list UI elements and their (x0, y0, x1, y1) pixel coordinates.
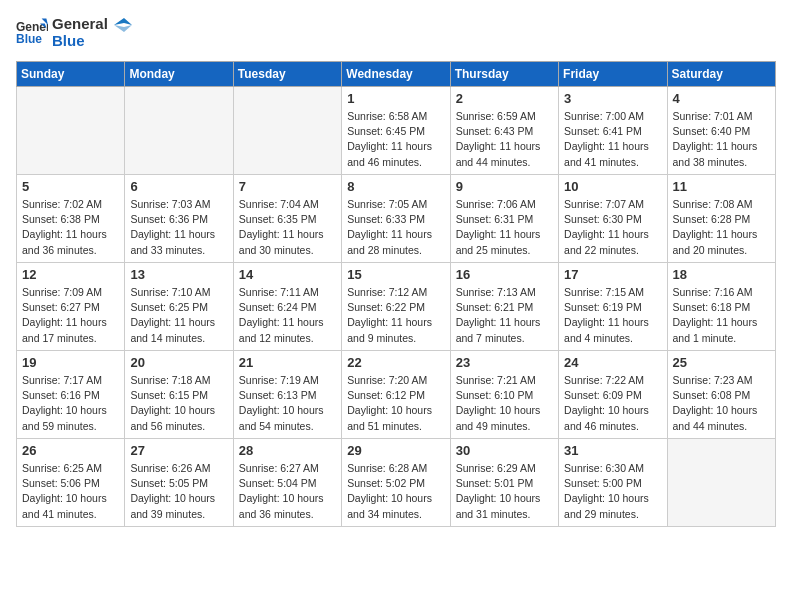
day-info: Sunrise: 7:00 AMSunset: 6:41 PMDaylight:… (564, 109, 661, 170)
day-info: Sunrise: 7:16 AMSunset: 6:18 PMDaylight:… (673, 285, 770, 346)
day-info: Sunrise: 6:30 AMSunset: 5:00 PMDaylight:… (564, 461, 661, 522)
day-number: 5 (22, 179, 119, 194)
calendar-cell (233, 87, 341, 175)
day-number: 10 (564, 179, 661, 194)
calendar-cell: 6Sunrise: 7:03 AMSunset: 6:36 PMDaylight… (125, 175, 233, 263)
day-number: 15 (347, 267, 444, 282)
day-number: 8 (347, 179, 444, 194)
calendar-cell: 17Sunrise: 7:15 AMSunset: 6:19 PMDayligh… (559, 263, 667, 351)
day-info: Sunrise: 7:03 AMSunset: 6:36 PMDaylight:… (130, 197, 227, 258)
logo-blue: Blue (52, 33, 132, 50)
day-number: 3 (564, 91, 661, 106)
calendar-cell: 26Sunrise: 6:25 AMSunset: 5:06 PMDayligh… (17, 439, 125, 527)
day-info: Sunrise: 7:21 AMSunset: 6:10 PMDaylight:… (456, 373, 553, 434)
calendar-cell: 18Sunrise: 7:16 AMSunset: 6:18 PMDayligh… (667, 263, 775, 351)
day-info: Sunrise: 7:01 AMSunset: 6:40 PMDaylight:… (673, 109, 770, 170)
calendar-cell: 14Sunrise: 7:11 AMSunset: 6:24 PMDayligh… (233, 263, 341, 351)
day-info: Sunrise: 7:10 AMSunset: 6:25 PMDaylight:… (130, 285, 227, 346)
day-info: Sunrise: 6:58 AMSunset: 6:45 PMDaylight:… (347, 109, 444, 170)
page-header: General Blue General Blue (16, 16, 776, 49)
day-number: 18 (673, 267, 770, 282)
weekday-header-tuesday: Tuesday (233, 62, 341, 87)
calendar-cell: 20Sunrise: 7:18 AMSunset: 6:15 PMDayligh… (125, 351, 233, 439)
day-info: Sunrise: 6:25 AMSunset: 5:06 PMDaylight:… (22, 461, 119, 522)
day-number: 12 (22, 267, 119, 282)
calendar-cell: 7Sunrise: 7:04 AMSunset: 6:35 PMDaylight… (233, 175, 341, 263)
day-number: 30 (456, 443, 553, 458)
calendar-cell: 5Sunrise: 7:02 AMSunset: 6:38 PMDaylight… (17, 175, 125, 263)
calendar-cell: 12Sunrise: 7:09 AMSunset: 6:27 PMDayligh… (17, 263, 125, 351)
day-info: Sunrise: 6:28 AMSunset: 5:02 PMDaylight:… (347, 461, 444, 522)
day-number: 20 (130, 355, 227, 370)
calendar-cell: 15Sunrise: 7:12 AMSunset: 6:22 PMDayligh… (342, 263, 450, 351)
day-number: 31 (564, 443, 661, 458)
calendar-cell: 4Sunrise: 7:01 AMSunset: 6:40 PMDaylight… (667, 87, 775, 175)
day-info: Sunrise: 7:17 AMSunset: 6:16 PMDaylight:… (22, 373, 119, 434)
day-number: 4 (673, 91, 770, 106)
calendar-cell: 3Sunrise: 7:00 AMSunset: 6:41 PMDaylight… (559, 87, 667, 175)
day-info: Sunrise: 7:12 AMSunset: 6:22 PMDaylight:… (347, 285, 444, 346)
calendar-cell: 11Sunrise: 7:08 AMSunset: 6:28 PMDayligh… (667, 175, 775, 263)
calendar-cell: 29Sunrise: 6:28 AMSunset: 5:02 PMDayligh… (342, 439, 450, 527)
day-info: Sunrise: 6:27 AMSunset: 5:04 PMDaylight:… (239, 461, 336, 522)
calendar-cell: 28Sunrise: 6:27 AMSunset: 5:04 PMDayligh… (233, 439, 341, 527)
calendar-cell: 30Sunrise: 6:29 AMSunset: 5:01 PMDayligh… (450, 439, 558, 527)
day-number: 6 (130, 179, 227, 194)
calendar-cell: 16Sunrise: 7:13 AMSunset: 6:21 PMDayligh… (450, 263, 558, 351)
day-number: 13 (130, 267, 227, 282)
day-number: 14 (239, 267, 336, 282)
weekday-header-wednesday: Wednesday (342, 62, 450, 87)
calendar-cell: 2Sunrise: 6:59 AMSunset: 6:43 PMDaylight… (450, 87, 558, 175)
weekday-header-saturday: Saturday (667, 62, 775, 87)
calendar-cell: 9Sunrise: 7:06 AMSunset: 6:31 PMDaylight… (450, 175, 558, 263)
day-number: 27 (130, 443, 227, 458)
day-number: 19 (22, 355, 119, 370)
logo-icon: General Blue (16, 17, 48, 49)
day-info: Sunrise: 7:04 AMSunset: 6:35 PMDaylight:… (239, 197, 336, 258)
day-info: Sunrise: 7:15 AMSunset: 6:19 PMDaylight:… (564, 285, 661, 346)
day-number: 25 (673, 355, 770, 370)
weekday-header-monday: Monday (125, 62, 233, 87)
calendar-cell: 8Sunrise: 7:05 AMSunset: 6:33 PMDaylight… (342, 175, 450, 263)
day-info: Sunrise: 6:59 AMSunset: 6:43 PMDaylight:… (456, 109, 553, 170)
day-number: 24 (564, 355, 661, 370)
calendar-cell: 24Sunrise: 7:22 AMSunset: 6:09 PMDayligh… (559, 351, 667, 439)
week-row-4: 19Sunrise: 7:17 AMSunset: 6:16 PMDayligh… (17, 351, 776, 439)
day-info: Sunrise: 7:19 AMSunset: 6:13 PMDaylight:… (239, 373, 336, 434)
calendar-cell: 25Sunrise: 7:23 AMSunset: 6:08 PMDayligh… (667, 351, 775, 439)
calendar-cell: 1Sunrise: 6:58 AMSunset: 6:45 PMDaylight… (342, 87, 450, 175)
calendar-cell (667, 439, 775, 527)
calendar-table: SundayMondayTuesdayWednesdayThursdayFrid… (16, 61, 776, 527)
day-number: 26 (22, 443, 119, 458)
calendar-cell: 31Sunrise: 6:30 AMSunset: 5:00 PMDayligh… (559, 439, 667, 527)
day-info: Sunrise: 7:20 AMSunset: 6:12 PMDaylight:… (347, 373, 444, 434)
day-number: 21 (239, 355, 336, 370)
day-info: Sunrise: 7:08 AMSunset: 6:28 PMDaylight:… (673, 197, 770, 258)
day-number: 29 (347, 443, 444, 458)
weekday-header-thursday: Thursday (450, 62, 558, 87)
day-info: Sunrise: 7:22 AMSunset: 6:09 PMDaylight:… (564, 373, 661, 434)
day-number: 23 (456, 355, 553, 370)
day-number: 7 (239, 179, 336, 194)
calendar-cell (17, 87, 125, 175)
day-number: 1 (347, 91, 444, 106)
day-info: Sunrise: 7:05 AMSunset: 6:33 PMDaylight:… (347, 197, 444, 258)
day-info: Sunrise: 6:29 AMSunset: 5:01 PMDaylight:… (456, 461, 553, 522)
week-row-2: 5Sunrise: 7:02 AMSunset: 6:38 PMDaylight… (17, 175, 776, 263)
svg-text:Blue: Blue (16, 32, 42, 46)
weekday-header-friday: Friday (559, 62, 667, 87)
week-row-5: 26Sunrise: 6:25 AMSunset: 5:06 PMDayligh… (17, 439, 776, 527)
calendar-cell: 23Sunrise: 7:21 AMSunset: 6:10 PMDayligh… (450, 351, 558, 439)
calendar-cell: 13Sunrise: 7:10 AMSunset: 6:25 PMDayligh… (125, 263, 233, 351)
calendar-cell: 22Sunrise: 7:20 AMSunset: 6:12 PMDayligh… (342, 351, 450, 439)
week-row-1: 1Sunrise: 6:58 AMSunset: 6:45 PMDaylight… (17, 87, 776, 175)
svg-marker-4 (114, 18, 132, 25)
day-number: 22 (347, 355, 444, 370)
calendar-cell: 21Sunrise: 7:19 AMSunset: 6:13 PMDayligh… (233, 351, 341, 439)
day-info: Sunrise: 7:11 AMSunset: 6:24 PMDaylight:… (239, 285, 336, 346)
logo-general: General (52, 16, 132, 33)
calendar-cell (125, 87, 233, 175)
day-info: Sunrise: 7:13 AMSunset: 6:21 PMDaylight:… (456, 285, 553, 346)
weekday-header-row: SundayMondayTuesdayWednesdayThursdayFrid… (17, 62, 776, 87)
day-number: 17 (564, 267, 661, 282)
